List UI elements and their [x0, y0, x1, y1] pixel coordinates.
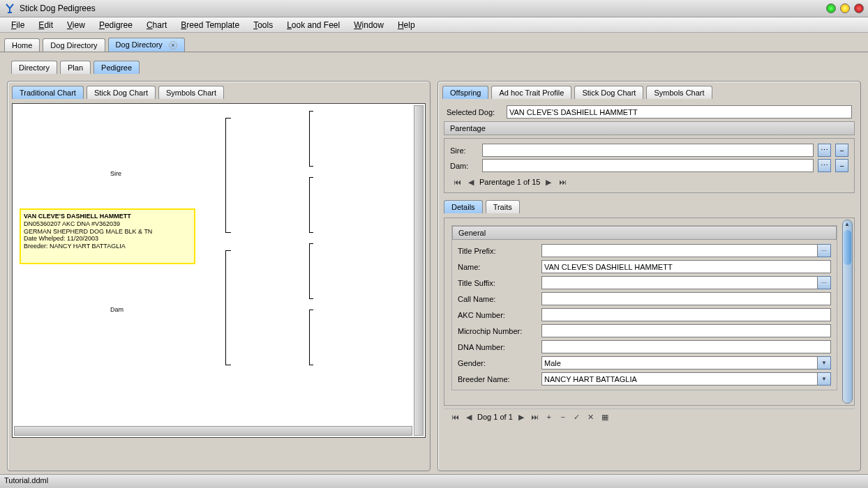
tab-label: Dog Directory — [116, 40, 163, 49]
scrollbar-vertical[interactable] — [414, 105, 424, 436]
titlebar: Stick Dog Pedigrees — [0, 0, 868, 17]
menu-tools[interactable]: Tools — [246, 19, 280, 31]
bracket — [309, 177, 313, 233]
rec-next-icon[interactable]: ▶ — [516, 412, 527, 422]
name-label: Name: — [458, 263, 541, 271]
akc-number-input[interactable] — [541, 308, 831, 321]
title-prefix-input[interactable] — [541, 244, 818, 257]
nav-prev-icon[interactable]: ◀ — [465, 177, 477, 187]
tab-home[interactable]: Home — [4, 38, 40, 52]
title-suffix-browse-icon[interactable]: ⋯ — [818, 276, 831, 289]
dna-number-input[interactable] — [541, 340, 831, 353]
record-nav: ⏮ ◀ Dog 1 of 1 ▶ ⏭ + − ✓ ✕ ▦ — [444, 409, 855, 425]
right-pane: Offspring Ad hoc Trait Profile Stick Dog… — [437, 81, 861, 471]
scrollbar-horizontal[interactable] — [14, 426, 412, 436]
selected-dog-input[interactable] — [507, 105, 852, 119]
record-nav-text: Dog 1 of 1 — [477, 413, 513, 421]
tab-dog-directory-1[interactable]: Dog Directory — [43, 38, 105, 52]
rec-cancel-icon[interactable]: ✕ — [585, 412, 597, 422]
app-icon — [4, 3, 15, 14]
selected-dog-label: Selected Dog: — [447, 108, 502, 116]
tab-traits[interactable]: Traits — [486, 200, 520, 213]
details-scrollbar[interactable] — [842, 220, 853, 404]
rec-last-icon[interactable]: ⏭ — [530, 412, 541, 422]
pedigree-chart: Sire Dam VAN CLEVE'S DASHIELL HAMMETT DN… — [12, 103, 426, 438]
tab-symbols-chart-left[interactable]: Symbols Chart — [158, 86, 224, 99]
parentage-header: Parentage — [444, 121, 855, 135]
rec-prev-icon[interactable]: ◀ — [463, 412, 474, 422]
title-prefix-browse-icon[interactable]: ⋯ — [818, 244, 831, 257]
nav-last-icon[interactable]: ⏭ — [557, 177, 568, 187]
statusbar: Tutorial.ddml — [0, 474, 868, 488]
status-text: Tutorial.ddml — [4, 476, 48, 485]
close-button[interactable] — [854, 3, 864, 13]
main-tabs: Home Dog Directory Dog Directory × — [0, 33, 868, 52]
sire-remove-button[interactable]: − — [835, 144, 848, 157]
menu-edit[interactable]: Edit — [31, 19, 60, 31]
nav-first-icon[interactable]: ⏮ — [451, 177, 463, 187]
tab-plan[interactable]: Plan — [60, 61, 91, 74]
call-name-input[interactable] — [541, 292, 831, 305]
maximize-button[interactable] — [840, 3, 850, 13]
menu-breed-template[interactable]: Breed Template — [174, 19, 246, 31]
rec-remove-icon[interactable]: − — [558, 412, 569, 422]
bracket — [309, 111, 313, 167]
dam-field-label: Dam: — [450, 162, 478, 170]
menu-view[interactable]: View — [60, 19, 92, 31]
parentage-nav: ⏮ ◀ Parentage 1 of 15 ▶ ⏭ — [446, 174, 853, 190]
rec-add-icon[interactable]: + — [544, 412, 555, 422]
tab-dog-directory-2[interactable]: Dog Directory × — [108, 38, 185, 52]
tab-adhoc-trait[interactable]: Ad hoc Trait Profile — [491, 86, 571, 99]
rec-check-icon[interactable]: ✓ — [571, 412, 583, 422]
tab-pedigree[interactable]: Pedigree — [93, 61, 140, 74]
close-icon[interactable]: × — [169, 41, 177, 49]
card-breed: GERMAN SHEPHERD DOG MALE BLK & TN — [24, 228, 191, 236]
microchip-input[interactable] — [541, 324, 831, 337]
gender-dropdown-icon[interactable]: ▼ — [818, 356, 831, 369]
title-suffix-label: Title Suffix: — [458, 279, 541, 287]
call-name-label: Call Name: — [458, 295, 541, 303]
menu-look-and-feel[interactable]: Look and Feel — [280, 19, 347, 31]
tab-directory[interactable]: Directory — [11, 61, 57, 74]
dam-label: Dam — [110, 306, 124, 313]
card-reg: DN05360207 AKC DNA #V362039 — [24, 220, 191, 228]
card-name: VAN CLEVE'S DASHIELL HAMMETT — [24, 213, 191, 220]
tab-traditional-chart[interactable]: Traditional Chart — [12, 86, 84, 99]
dam-input[interactable] — [482, 159, 814, 172]
menu-chart[interactable]: Chart — [140, 19, 174, 31]
tab-symbols-chart-right[interactable]: Symbols Chart — [646, 86, 712, 99]
menu-file[interactable]: File — [4, 19, 31, 31]
tab-details[interactable]: Details — [444, 200, 483, 213]
rec-first-icon[interactable]: ⏮ — [449, 412, 461, 422]
name-input[interactable] — [541, 260, 831, 273]
menu-window[interactable]: Window — [347, 19, 391, 31]
sire-browse-button[interactable]: ⋯ — [818, 144, 831, 157]
dam-browse-button[interactable]: ⋯ — [818, 159, 831, 172]
akc-number-label: AKC Number: — [458, 311, 541, 319]
sire-input[interactable] — [482, 144, 814, 157]
parentage-nav-text: Parentage 1 of 15 — [479, 178, 540, 186]
minimize-button[interactable] — [826, 3, 836, 13]
title-suffix-input[interactable] — [541, 276, 818, 289]
nav-next-icon[interactable]: ▶ — [543, 177, 554, 187]
dam-remove-button[interactable]: − — [835, 159, 848, 172]
tab-stick-dog-chart-right[interactable]: Stick Dog Chart — [574, 86, 643, 99]
rec-grid-icon[interactable]: ▦ — [599, 412, 611, 422]
menu-help[interactable]: Help — [391, 19, 422, 31]
title-prefix-label: Title Prefix: — [458, 247, 541, 255]
breeder-name-input[interactable] — [541, 372, 818, 386]
gender-label: Gender: — [458, 359, 541, 367]
general-header: General — [452, 226, 837, 240]
breeder-dropdown-icon[interactable]: ▼ — [818, 372, 831, 386]
gender-input[interactable] — [541, 356, 818, 369]
bracket — [225, 118, 231, 233]
bracket — [309, 310, 313, 365]
selected-dog-card[interactable]: VAN CLEVE'S DASHIELL HAMMETT DN05360207 … — [20, 208, 195, 264]
microchip-label: Microchip Number: — [458, 327, 541, 335]
tab-stick-dog-chart-left[interactable]: Stick Dog Chart — [87, 86, 156, 99]
tab-offspring[interactable]: Offspring — [442, 86, 488, 99]
menu-pedigree[interactable]: Pedigree — [92, 19, 140, 31]
breeder-name-label: Breeder Name: — [458, 375, 541, 383]
sub-tabs: Directory Plan Pedigree — [11, 61, 861, 74]
bracket — [225, 250, 231, 365]
